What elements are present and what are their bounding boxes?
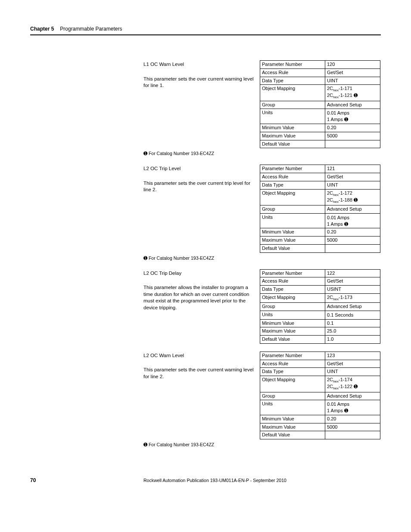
row-min: Minimum Value0.20 <box>260 415 380 423</box>
attr-value <box>325 431 380 439</box>
attr-value: Advanced Setup <box>325 101 380 109</box>
footnote: ➊ For Catalog Number 193-EC4ZZ <box>143 151 381 156</box>
attr-value: 122 <box>325 269 380 277</box>
attr-value: 0.1 <box>325 319 380 327</box>
attr-value <box>325 244 380 252</box>
param-description-cell: L2 OC Warn LevelThis parameter sets the … <box>143 352 260 439</box>
footnote: ➊ For Catalog Number 193-EC4ZZ <box>143 255 381 261</box>
footnote: ➊ For Catalog Number 193-EC4ZZ <box>143 442 381 447</box>
attr-label: Data Type <box>260 368 325 376</box>
attr-label: Units <box>260 311 325 319</box>
attr-label: Access Rule <box>260 68 325 77</box>
chapter-label: Chapter 5 <box>30 26 54 32</box>
attr-value: 0.1 Seconds <box>325 311 380 319</box>
attr-label: Maximum Value <box>260 236 325 245</box>
row-group: GroupAdvanced Setup <box>260 101 380 109</box>
chapter-title: Programmable Parameters <box>60 26 122 32</box>
row-max: Maximum Value5000 <box>260 423 380 431</box>
attr-label: Data Type <box>260 181 325 189</box>
attr-value: 2Chex-1-173 <box>325 293 380 302</box>
row-default: Default Value1.0 <box>260 336 380 344</box>
row-object-mapping: Object Mapping2Chex-1-173 <box>260 293 380 302</box>
row-max: Maximum Value25.0 <box>260 327 380 336</box>
attr-label: Data Type <box>260 286 325 294</box>
attr-label: Parameter Number <box>260 352 325 360</box>
row-default: Default Value <box>260 244 380 252</box>
attr-value: 0.01 Amps1 Amps ➊ <box>325 213 380 228</box>
param-table: Parameter Number122Access RuleGet/SetDat… <box>260 269 380 344</box>
params-container: L1 OC Warn LevelThis parameter sets the … <box>143 60 381 447</box>
attr-label: Group <box>260 205 325 213</box>
attr-label: Default Value <box>260 244 325 252</box>
param-name: L2 OC Trip Delay <box>143 270 256 277</box>
param-description: This parameter sets the over current tri… <box>143 180 250 193</box>
row-access-rule: Access RuleGet/Set <box>260 277 380 286</box>
row-param-number: Parameter Number123 <box>260 352 380 360</box>
param-description: This parameter sets the over current war… <box>143 367 254 379</box>
param-name: L2 OC Warn Level <box>143 352 256 359</box>
attr-label: Object Mapping <box>260 376 325 392</box>
param-description-cell: L1 OC Warn LevelThis parameter sets the … <box>143 60 260 148</box>
row-data-type: Data TypeUINT <box>260 181 380 189</box>
row-min: Minimum Value0.20 <box>260 228 380 236</box>
row-min: Minimum Value0.20 <box>260 124 380 132</box>
attr-label: Units <box>260 400 325 415</box>
row-group: GroupAdvanced Setup <box>260 392 380 400</box>
page-footer: 70 Rockwell Automation Publication 193-U… <box>30 477 381 483</box>
attr-label: Units <box>260 213 325 228</box>
attr-label: Default Value <box>260 336 325 344</box>
attr-value: 0.20 <box>325 415 380 423</box>
row-object-mapping: Object Mapping2Chex-1-1742Chex-1-122 ➊ <box>260 376 380 392</box>
row-access-rule: Access RuleGet/Set <box>260 173 380 181</box>
param-block: L2 OC Warn LevelThis parameter sets the … <box>143 352 381 439</box>
attr-label: Minimum Value <box>260 319 325 327</box>
param-description: This parameter sets the over current war… <box>143 76 254 88</box>
row-object-mapping: Object Mapping2Chex-1-1712Chex-1-121 ➊ <box>260 85 380 101</box>
attr-label: Maximum Value <box>260 423 325 431</box>
page-number: 70 <box>30 477 143 483</box>
attr-value: 5000 <box>325 132 380 140</box>
param-block: L1 OC Warn LevelThis parameter sets the … <box>143 60 381 148</box>
attr-value: UINT <box>325 77 380 85</box>
row-data-type: Data TypeUINT <box>260 368 380 376</box>
attr-value: 0.20 <box>325 228 380 236</box>
attr-label: Access Rule <box>260 360 325 368</box>
attr-value: 121 <box>325 165 380 173</box>
row-param-number: Parameter Number121 <box>260 165 380 173</box>
page: Chapter 5 Programmable Parameters L1 OC … <box>0 0 411 501</box>
attr-label: Minimum Value <box>260 228 325 236</box>
attr-value: Get/Set <box>325 68 380 77</box>
attr-label: Maximum Value <box>260 327 325 336</box>
attr-label: Default Value <box>260 431 325 439</box>
row-units: Units0.01 Amps1 Amps ➊ <box>260 109 380 124</box>
row-units: Units0.1 Seconds <box>260 311 380 319</box>
row-access-rule: Access RuleGet/Set <box>260 360 380 368</box>
attr-label: Group <box>260 101 325 109</box>
attr-value: 5000 <box>325 423 380 431</box>
attr-label: Minimum Value <box>260 124 325 132</box>
attr-label: Access Rule <box>260 173 325 181</box>
row-group: GroupAdvanced Setup <box>260 303 380 311</box>
attr-label: Parameter Number <box>260 61 325 69</box>
attr-label: Default Value <box>260 140 325 148</box>
row-units: Units0.01 Amps1 Amps ➊ <box>260 213 380 228</box>
attr-value: 2Chex-1-1712Chex-1-121 ➊ <box>325 85 380 101</box>
param-table: Parameter Number121Access RuleGet/SetDat… <box>260 165 380 252</box>
attr-value: 25.0 <box>325 327 380 336</box>
attr-value: 1.0 <box>325 336 380 344</box>
attr-value: Advanced Setup <box>325 392 380 400</box>
attr-label: Object Mapping <box>260 189 325 205</box>
attr-value: UINT <box>325 368 380 376</box>
attr-label: Object Mapping <box>260 293 325 302</box>
param-block: L2 OC Trip LevelThis parameter sets the … <box>143 165 381 252</box>
attr-value <box>325 140 380 148</box>
attr-label: Access Rule <box>260 277 325 286</box>
row-param-number: Parameter Number122 <box>260 269 380 277</box>
row-default: Default Value <box>260 431 380 439</box>
param-block: L2 OC Trip DelayThis parameter allows th… <box>143 269 381 344</box>
header-rule <box>30 34 381 35</box>
row-param-number: Parameter Number120 <box>260 61 380 69</box>
attr-value: 0.01 Amps1 Amps ➊ <box>325 109 380 124</box>
attr-value: UINT <box>325 181 380 189</box>
row-data-type: Data TypeUINT <box>260 77 380 85</box>
